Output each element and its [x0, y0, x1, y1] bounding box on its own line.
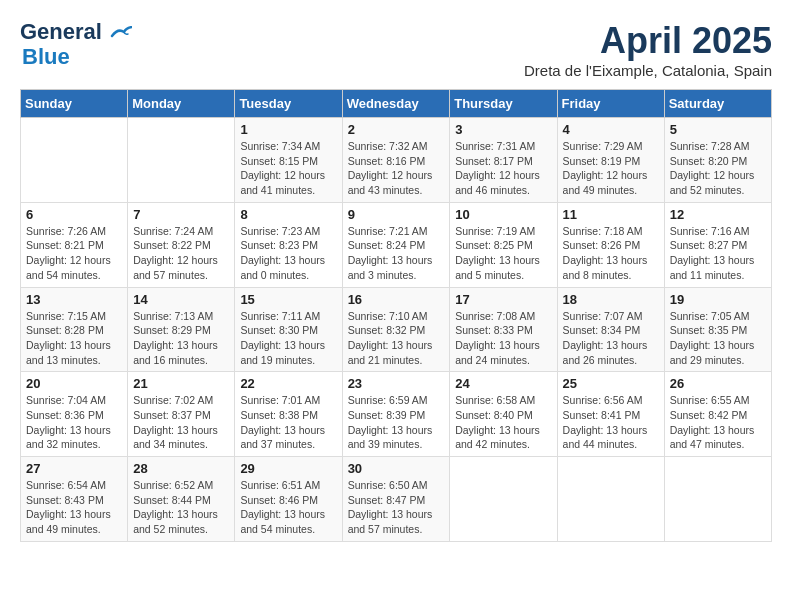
calendar-cell	[450, 457, 557, 542]
weekday-header: Sunday	[21, 90, 128, 118]
day-number: 5	[670, 122, 766, 137]
calendar-cell: 27Sunrise: 6:54 AMSunset: 8:43 PMDayligh…	[21, 457, 128, 542]
day-info: Sunrise: 6:55 AMSunset: 8:42 PMDaylight:…	[670, 393, 766, 452]
day-info: Sunrise: 7:05 AMSunset: 8:35 PMDaylight:…	[670, 309, 766, 368]
day-info: Sunrise: 7:08 AMSunset: 8:33 PMDaylight:…	[455, 309, 551, 368]
day-number: 7	[133, 207, 229, 222]
day-number: 30	[348, 461, 445, 476]
logo: General Blue	[20, 20, 132, 70]
day-number: 10	[455, 207, 551, 222]
day-info: Sunrise: 7:15 AMSunset: 8:28 PMDaylight:…	[26, 309, 122, 368]
day-number: 12	[670, 207, 766, 222]
logo-blue-text: Blue	[22, 44, 70, 70]
day-number: 26	[670, 376, 766, 391]
day-info: Sunrise: 7:28 AMSunset: 8:20 PMDaylight:…	[670, 139, 766, 198]
day-info: Sunrise: 7:11 AMSunset: 8:30 PMDaylight:…	[240, 309, 336, 368]
weekday-header: Thursday	[450, 90, 557, 118]
weekday-header-row: SundayMondayTuesdayWednesdayThursdayFrid…	[21, 90, 772, 118]
day-number: 19	[670, 292, 766, 307]
day-number: 3	[455, 122, 551, 137]
calendar-cell: 1Sunrise: 7:34 AMSunset: 8:15 PMDaylight…	[235, 118, 342, 203]
calendar-cell: 20Sunrise: 7:04 AMSunset: 8:36 PMDayligh…	[21, 372, 128, 457]
calendar-cell: 18Sunrise: 7:07 AMSunset: 8:34 PMDayligh…	[557, 287, 664, 372]
calendar-cell	[557, 457, 664, 542]
calendar-cell: 23Sunrise: 6:59 AMSunset: 8:39 PMDayligh…	[342, 372, 450, 457]
calendar-cell: 6Sunrise: 7:26 AMSunset: 8:21 PMDaylight…	[21, 202, 128, 287]
calendar-cell: 24Sunrise: 6:58 AMSunset: 8:40 PMDayligh…	[450, 372, 557, 457]
calendar-cell: 2Sunrise: 7:32 AMSunset: 8:16 PMDaylight…	[342, 118, 450, 203]
day-number: 23	[348, 376, 445, 391]
calendar: SundayMondayTuesdayWednesdayThursdayFrid…	[20, 89, 772, 542]
day-number: 4	[563, 122, 659, 137]
calendar-cell: 26Sunrise: 6:55 AMSunset: 8:42 PMDayligh…	[664, 372, 771, 457]
day-info: Sunrise: 6:51 AMSunset: 8:46 PMDaylight:…	[240, 478, 336, 537]
day-info: Sunrise: 7:34 AMSunset: 8:15 PMDaylight:…	[240, 139, 336, 198]
calendar-cell: 7Sunrise: 7:24 AMSunset: 8:22 PMDaylight…	[128, 202, 235, 287]
calendar-cell: 4Sunrise: 7:29 AMSunset: 8:19 PMDaylight…	[557, 118, 664, 203]
day-number: 28	[133, 461, 229, 476]
logo-text: General	[20, 20, 132, 44]
header: General Blue April 2025 Dreta de l'Eixam…	[20, 20, 772, 79]
day-number: 11	[563, 207, 659, 222]
calendar-week-row: 13Sunrise: 7:15 AMSunset: 8:28 PMDayligh…	[21, 287, 772, 372]
day-number: 2	[348, 122, 445, 137]
day-number: 1	[240, 122, 336, 137]
day-number: 29	[240, 461, 336, 476]
day-number: 18	[563, 292, 659, 307]
day-info: Sunrise: 7:19 AMSunset: 8:25 PMDaylight:…	[455, 224, 551, 283]
day-info: Sunrise: 7:02 AMSunset: 8:37 PMDaylight:…	[133, 393, 229, 452]
calendar-cell: 14Sunrise: 7:13 AMSunset: 8:29 PMDayligh…	[128, 287, 235, 372]
day-number: 6	[26, 207, 122, 222]
calendar-cell: 5Sunrise: 7:28 AMSunset: 8:20 PMDaylight…	[664, 118, 771, 203]
day-info: Sunrise: 7:18 AMSunset: 8:26 PMDaylight:…	[563, 224, 659, 283]
title-area: April 2025 Dreta de l'Eixample, Cataloni…	[524, 20, 772, 79]
calendar-cell: 28Sunrise: 6:52 AMSunset: 8:44 PMDayligh…	[128, 457, 235, 542]
calendar-cell: 17Sunrise: 7:08 AMSunset: 8:33 PMDayligh…	[450, 287, 557, 372]
day-info: Sunrise: 6:56 AMSunset: 8:41 PMDaylight:…	[563, 393, 659, 452]
calendar-cell: 25Sunrise: 6:56 AMSunset: 8:41 PMDayligh…	[557, 372, 664, 457]
day-number: 15	[240, 292, 336, 307]
day-number: 16	[348, 292, 445, 307]
day-info: Sunrise: 7:13 AMSunset: 8:29 PMDaylight:…	[133, 309, 229, 368]
day-number: 13	[26, 292, 122, 307]
day-info: Sunrise: 7:23 AMSunset: 8:23 PMDaylight:…	[240, 224, 336, 283]
calendar-cell: 30Sunrise: 6:50 AMSunset: 8:47 PMDayligh…	[342, 457, 450, 542]
day-info: Sunrise: 7:10 AMSunset: 8:32 PMDaylight:…	[348, 309, 445, 368]
calendar-cell: 3Sunrise: 7:31 AMSunset: 8:17 PMDaylight…	[450, 118, 557, 203]
calendar-cell: 19Sunrise: 7:05 AMSunset: 8:35 PMDayligh…	[664, 287, 771, 372]
calendar-cell: 21Sunrise: 7:02 AMSunset: 8:37 PMDayligh…	[128, 372, 235, 457]
day-info: Sunrise: 7:07 AMSunset: 8:34 PMDaylight:…	[563, 309, 659, 368]
day-number: 22	[240, 376, 336, 391]
calendar-cell: 15Sunrise: 7:11 AMSunset: 8:30 PMDayligh…	[235, 287, 342, 372]
calendar-cell: 22Sunrise: 7:01 AMSunset: 8:38 PMDayligh…	[235, 372, 342, 457]
day-info: Sunrise: 6:54 AMSunset: 8:43 PMDaylight:…	[26, 478, 122, 537]
weekday-header: Friday	[557, 90, 664, 118]
day-info: Sunrise: 7:04 AMSunset: 8:36 PMDaylight:…	[26, 393, 122, 452]
day-number: 27	[26, 461, 122, 476]
calendar-cell: 29Sunrise: 6:51 AMSunset: 8:46 PMDayligh…	[235, 457, 342, 542]
day-info: Sunrise: 7:32 AMSunset: 8:16 PMDaylight:…	[348, 139, 445, 198]
weekday-header: Monday	[128, 90, 235, 118]
day-info: Sunrise: 6:59 AMSunset: 8:39 PMDaylight:…	[348, 393, 445, 452]
month-title: April 2025	[524, 20, 772, 62]
weekday-header: Wednesday	[342, 90, 450, 118]
calendar-cell: 11Sunrise: 7:18 AMSunset: 8:26 PMDayligh…	[557, 202, 664, 287]
day-number: 20	[26, 376, 122, 391]
calendar-week-row: 20Sunrise: 7:04 AMSunset: 8:36 PMDayligh…	[21, 372, 772, 457]
calendar-cell: 9Sunrise: 7:21 AMSunset: 8:24 PMDaylight…	[342, 202, 450, 287]
day-info: Sunrise: 7:31 AMSunset: 8:17 PMDaylight:…	[455, 139, 551, 198]
calendar-cell: 16Sunrise: 7:10 AMSunset: 8:32 PMDayligh…	[342, 287, 450, 372]
calendar-cell	[128, 118, 235, 203]
calendar-cell: 13Sunrise: 7:15 AMSunset: 8:28 PMDayligh…	[21, 287, 128, 372]
day-info: Sunrise: 7:21 AMSunset: 8:24 PMDaylight:…	[348, 224, 445, 283]
calendar-week-row: 1Sunrise: 7:34 AMSunset: 8:15 PMDaylight…	[21, 118, 772, 203]
day-info: Sunrise: 7:26 AMSunset: 8:21 PMDaylight:…	[26, 224, 122, 283]
day-info: Sunrise: 7:29 AMSunset: 8:19 PMDaylight:…	[563, 139, 659, 198]
day-info: Sunrise: 7:01 AMSunset: 8:38 PMDaylight:…	[240, 393, 336, 452]
location: Dreta de l'Eixample, Catalonia, Spain	[524, 62, 772, 79]
day-info: Sunrise: 6:50 AMSunset: 8:47 PMDaylight:…	[348, 478, 445, 537]
day-info: Sunrise: 6:52 AMSunset: 8:44 PMDaylight:…	[133, 478, 229, 537]
logo-bird-icon	[110, 26, 132, 40]
calendar-week-row: 27Sunrise: 6:54 AMSunset: 8:43 PMDayligh…	[21, 457, 772, 542]
day-number: 8	[240, 207, 336, 222]
